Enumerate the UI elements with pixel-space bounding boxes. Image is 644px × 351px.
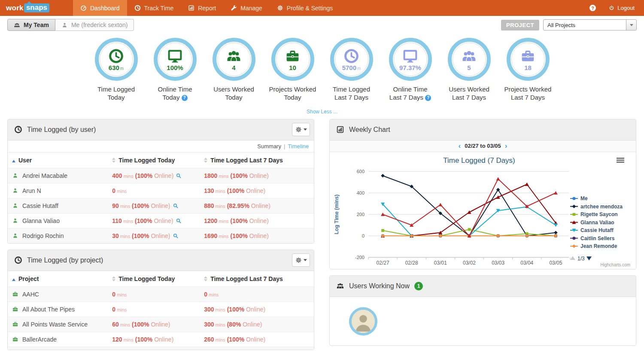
search-icon[interactable] bbox=[173, 203, 179, 209]
time-by-user-panel: Time Logged (by user) Summary | Timeline… bbox=[7, 119, 314, 244]
x-tick-label: 03/05 bbox=[549, 260, 562, 266]
me-button[interactable]: Me (frederick sexton) bbox=[55, 19, 134, 31]
time-logged-chart: Time Logged (7 Days)-2000200400600Log Ti… bbox=[330, 152, 632, 269]
week-cell: 300 mins (80% Online) bbox=[200, 317, 314, 332]
show-less-row: Show Less ... bbox=[0, 107, 644, 115]
stat-users-worked-week: 5Users WorkedLast 7 Days bbox=[448, 38, 491, 102]
team-toggle-group: My Team Me (frederick sexton) bbox=[7, 19, 134, 31]
column-header-week[interactable]: Time Logged Last 7 Days bbox=[200, 271, 314, 287]
x-tick-label: 02/27 bbox=[377, 260, 389, 266]
stat-value: 4 bbox=[232, 64, 235, 71]
column-header-project[interactable]: Project bbox=[8, 271, 109, 287]
project-row: All About The Pipes0 mins300 mins (100% … bbox=[8, 302, 314, 317]
clock-icon bbox=[134, 5, 141, 11]
main-content: Time Logged (by user) Summary | Timeline… bbox=[0, 119, 644, 350]
worksnaps-logo[interactable]: worksnaps bbox=[0, 0, 73, 16]
today-cell: 110 mins (100% Online) bbox=[109, 213, 200, 228]
legend-item[interactable]: Cassie Hutaff bbox=[570, 227, 614, 233]
logout-button[interactable]: Logout bbox=[609, 5, 635, 11]
project-picker: PROJECT All Projects bbox=[501, 19, 637, 31]
search-icon[interactable] bbox=[173, 233, 179, 239]
project-row: All Points Waste Service60 mins (100% On… bbox=[8, 317, 314, 332]
users-icon bbox=[461, 48, 477, 64]
svg-text:Rigette Saycon: Rigette Saycon bbox=[580, 211, 618, 217]
avatar-placeholder-icon bbox=[352, 310, 375, 333]
project-row: BallerArcade120 mins (100% Online)260 mi… bbox=[8, 332, 314, 347]
next-week-icon[interactable]: › bbox=[505, 142, 507, 150]
x-tick-label: 02/28 bbox=[405, 260, 418, 266]
nav-tab-track-time[interactable]: Track Time bbox=[127, 0, 181, 16]
project-select-value: All Projects bbox=[547, 22, 575, 28]
search-icon[interactable] bbox=[176, 173, 182, 179]
row-label: Glanna Valiao bbox=[22, 217, 60, 224]
person-icon bbox=[12, 172, 18, 179]
nav-tab-profile-settings[interactable]: Profile & Settings bbox=[270, 0, 340, 16]
nav-tab-dashboard[interactable]: Dashboard bbox=[73, 0, 127, 16]
y-tick-label: 0 bbox=[362, 233, 365, 238]
search-icon[interactable] bbox=[176, 218, 182, 224]
weekly-chart-title: Weekly Chart bbox=[349, 126, 390, 134]
nav-tabs: DashboardTrack TimeReportManageProfile &… bbox=[73, 0, 340, 16]
column-header-user[interactable]: User bbox=[8, 153, 109, 168]
timeline-view-link[interactable]: Timeline bbox=[288, 143, 309, 150]
monitor-icon bbox=[402, 48, 418, 64]
logo-text-work: work bbox=[6, 4, 24, 12]
show-less-link[interactable]: Show Less ... bbox=[307, 109, 337, 115]
chart-title: Time Logged (7 Days) bbox=[443, 156, 515, 165]
nav-tab-manage[interactable]: Manage bbox=[223, 0, 270, 16]
person-icon bbox=[12, 217, 18, 224]
column-header-today[interactable]: Time Logged Today bbox=[109, 153, 200, 168]
stat-ring: 4 bbox=[213, 38, 255, 81]
summary-view-link[interactable]: Summary bbox=[257, 143, 281, 150]
user-row: Glanna Valiao110 mins (100% Online)1200 … bbox=[8, 213, 314, 228]
person-icon bbox=[12, 202, 18, 209]
legend-item[interactable]: Me bbox=[570, 195, 588, 201]
project-select[interactable]: All Projects bbox=[543, 19, 637, 31]
x-tick-label: 03/03 bbox=[492, 260, 504, 266]
users-working-body bbox=[330, 297, 636, 345]
my-team-button[interactable]: My Team bbox=[7, 19, 55, 31]
y-axis-title: Log Time (mins) bbox=[334, 194, 340, 234]
legend-item[interactable]: Rigette Saycon bbox=[570, 211, 618, 217]
panel-settings-button[interactable] bbox=[292, 123, 310, 136]
users-working-header: Users Working Now 1 bbox=[330, 276, 636, 297]
legend-item[interactable]: artchee mendoza bbox=[570, 203, 623, 209]
view-switch-row: Summary | Timeline bbox=[8, 140, 314, 153]
panel-settings-button[interactable] bbox=[292, 253, 310, 267]
person-icon bbox=[12, 187, 18, 194]
x-tick-label: 03/01 bbox=[434, 260, 447, 266]
row-label: Arun N bbox=[22, 187, 41, 194]
help-icon[interactable]: ? bbox=[589, 5, 596, 11]
clipped-row bbox=[8, 347, 314, 350]
stat-time-logged-week: 5700mTime LoggedLast 7 Days bbox=[330, 38, 373, 102]
legend-item[interactable]: Caitlin Sellers bbox=[570, 235, 615, 241]
column-header-week[interactable]: Time Logged Last 7 Days bbox=[200, 153, 314, 168]
help-icon[interactable]: ? bbox=[425, 95, 431, 101]
row-label: Rodrigo Rochin bbox=[22, 232, 64, 239]
prev-week-icon[interactable]: ‹ bbox=[459, 142, 461, 150]
legend-next-icon[interactable] bbox=[586, 256, 592, 260]
user-table-body: Andrei Macabale400 mins (100% Online)180… bbox=[8, 168, 314, 243]
working-user-avatar[interactable] bbox=[349, 307, 377, 336]
person-icon bbox=[61, 22, 68, 28]
nav-tab-report[interactable]: Report bbox=[181, 0, 223, 16]
stat-label: Projects WorkedToday bbox=[261, 85, 325, 102]
legend-prev-icon bbox=[570, 256, 575, 260]
users-icon bbox=[336, 282, 344, 290]
help-icon[interactable]: ? bbox=[182, 95, 188, 101]
svg-text:Cassie Hutaff: Cassie Hutaff bbox=[580, 227, 614, 233]
column-header-today[interactable]: Time Logged Today bbox=[109, 271, 200, 287]
right-column: Weekly Chart ‹ 02/27 to 03/05 › Time Log… bbox=[329, 119, 636, 350]
svg-text:Me: Me bbox=[580, 195, 588, 201]
power-icon bbox=[609, 5, 614, 11]
stat-label: Time LoggedLast 7 Days bbox=[319, 85, 384, 102]
legend-item[interactable]: Jean Remonde bbox=[570, 243, 617, 249]
sort-asc-icon bbox=[12, 277, 15, 281]
legend-item[interactable]: Glanna Valiao bbox=[570, 219, 614, 225]
stat-value: 97.37% bbox=[399, 64, 421, 71]
users-working-title: Users Working Now bbox=[349, 282, 410, 290]
stat-value: 630m bbox=[109, 64, 124, 71]
today-cell: 0 mins bbox=[109, 302, 200, 317]
user-row: Cassie Hutaff90 mins (100% Online)880 mi… bbox=[8, 198, 314, 213]
chart-menu-icon[interactable] bbox=[617, 158, 624, 163]
